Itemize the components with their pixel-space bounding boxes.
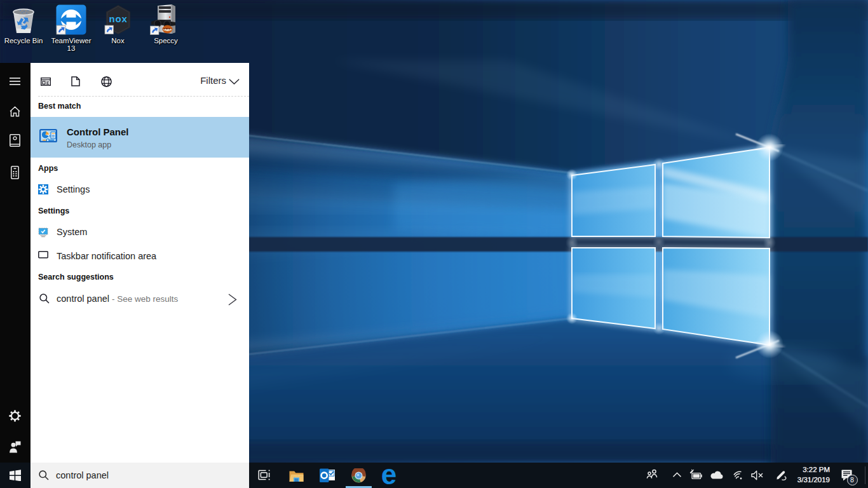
svg-text:nox: nox xyxy=(109,13,127,24)
